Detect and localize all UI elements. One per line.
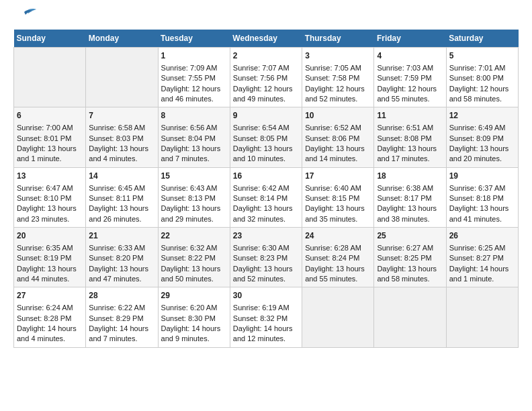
sunset-text: Sunset: 8:20 PM xyxy=(89,254,143,262)
sunset-text: Sunset: 8:30 PM xyxy=(161,314,216,322)
daylight-text: Daylight: 13 hours and 55 minutes. xyxy=(305,265,365,283)
daylight-text: Daylight: 13 hours and 47 minutes. xyxy=(89,265,148,283)
day-cell: 18Sunrise: 6:38 AMSunset: 8:17 PMDayligh… xyxy=(374,167,446,227)
day-cell: 20Sunrise: 6:35 AMSunset: 8:19 PMDayligh… xyxy=(14,228,86,287)
day-cell: 15Sunrise: 6:43 AMSunset: 8:13 PMDayligh… xyxy=(158,167,230,227)
weekday-header-sunday: Sunday xyxy=(14,30,86,48)
sunrise-text: Sunrise: 7:09 AM xyxy=(161,64,218,72)
day-cell xyxy=(446,287,518,347)
sunset-text: Sunset: 8:18 PM xyxy=(449,194,504,202)
daylight-text: Daylight: 14 hours and 7 minutes. xyxy=(89,324,148,342)
sunrise-text: Sunrise: 6:27 AM xyxy=(377,244,433,252)
day-cell: 10Sunrise: 6:52 AMSunset: 8:06 PMDayligh… xyxy=(302,107,374,167)
daylight-text: Daylight: 13 hours and 20 minutes. xyxy=(449,144,509,163)
sunset-text: Sunset: 7:56 PM xyxy=(233,74,287,82)
sunrise-text: Sunrise: 6:51 AM xyxy=(377,124,433,132)
day-number: 11 xyxy=(377,110,443,122)
weekday-header-tuesday: Tuesday xyxy=(158,30,230,48)
sunrise-text: Sunrise: 6:22 AM xyxy=(89,304,145,312)
day-number: 29 xyxy=(161,290,227,302)
day-number: 13 xyxy=(17,171,83,182)
sunset-text: Sunset: 8:13 PM xyxy=(161,194,216,202)
daylight-text: Daylight: 13 hours and 26 minutes. xyxy=(89,204,148,222)
weekday-header-friday: Friday xyxy=(374,30,446,48)
logo-bird-icon xyxy=(15,8,36,23)
day-cell: 27Sunrise: 6:24 AMSunset: 8:28 PMDayligh… xyxy=(14,287,86,347)
day-cell: 24Sunrise: 6:28 AMSunset: 8:24 PMDayligh… xyxy=(302,228,374,287)
sunset-text: Sunset: 7:55 PM xyxy=(161,74,216,82)
sunrise-text: Sunrise: 6:56 AM xyxy=(161,124,218,132)
sunset-text: Sunset: 8:04 PM xyxy=(161,134,216,142)
sunset-text: Sunset: 8:19 PM xyxy=(17,254,71,262)
daylight-text: Daylight: 13 hours and 14 minutes. xyxy=(305,144,365,163)
sunset-text: Sunset: 7:59 PM xyxy=(377,74,431,82)
page-header xyxy=(13,13,519,23)
daylight-text: Daylight: 13 hours and 35 minutes. xyxy=(305,204,365,222)
day-cell: 11Sunrise: 6:51 AMSunset: 8:08 PMDayligh… xyxy=(374,107,446,167)
sunset-text: Sunset: 8:27 PM xyxy=(449,254,504,262)
daylight-text: Daylight: 13 hours and 10 minutes. xyxy=(233,144,293,163)
day-number: 6 xyxy=(17,110,83,122)
sunrise-text: Sunrise: 6:37 AM xyxy=(449,184,506,192)
weekday-header-row: SundayMondayTuesdayWednesdayThursdayFrid… xyxy=(14,30,519,48)
sunset-text: Sunset: 8:28 PM xyxy=(17,314,71,322)
day-number: 17 xyxy=(305,171,371,182)
week-row-5: 27Sunrise: 6:24 AMSunset: 8:28 PMDayligh… xyxy=(14,287,519,347)
day-cell: 1Sunrise: 7:09 AMSunset: 7:55 PMDaylight… xyxy=(158,48,230,107)
daylight-text: Daylight: 13 hours and 58 minutes. xyxy=(377,265,437,283)
day-number: 26 xyxy=(449,230,515,242)
daylight-text: Daylight: 13 hours and 41 minutes. xyxy=(449,204,509,222)
day-number: 21 xyxy=(89,230,154,242)
day-number: 2 xyxy=(233,50,299,62)
day-cell: 8Sunrise: 6:56 AMSunset: 8:04 PMDaylight… xyxy=(158,107,230,167)
day-number: 4 xyxy=(377,50,443,62)
sunrise-text: Sunrise: 6:42 AM xyxy=(233,184,290,192)
day-number: 22 xyxy=(161,230,227,242)
sunset-text: Sunset: 8:08 PM xyxy=(377,134,431,142)
sunset-text: Sunset: 8:10 PM xyxy=(17,194,71,202)
daylight-text: Daylight: 13 hours and 1 minute. xyxy=(17,144,77,163)
calendar-table: SundayMondayTuesdayWednesdayThursdayFrid… xyxy=(13,30,519,348)
day-cell: 19Sunrise: 6:37 AMSunset: 8:18 PMDayligh… xyxy=(446,167,518,227)
weekday-header-saturday: Saturday xyxy=(446,30,518,48)
day-cell: 2Sunrise: 7:07 AMSunset: 7:56 PMDaylight… xyxy=(230,48,302,107)
daylight-text: Daylight: 13 hours and 4 minutes. xyxy=(89,144,148,163)
day-cell: 30Sunrise: 6:19 AMSunset: 8:32 PMDayligh… xyxy=(230,287,302,347)
day-number: 1 xyxy=(161,50,227,62)
day-number: 7 xyxy=(89,110,154,122)
sunset-text: Sunset: 8:25 PM xyxy=(377,254,431,262)
week-row-1: 1Sunrise: 7:09 AMSunset: 7:55 PMDaylight… xyxy=(14,48,519,107)
sunrise-text: Sunrise: 6:38 AM xyxy=(377,184,433,192)
day-cell: 17Sunrise: 6:40 AMSunset: 8:15 PMDayligh… xyxy=(302,167,374,227)
day-cell: 4Sunrise: 7:03 AMSunset: 7:59 PMDaylight… xyxy=(374,48,446,107)
sunset-text: Sunset: 8:03 PM xyxy=(89,134,143,142)
daylight-text: Daylight: 14 hours and 9 minutes. xyxy=(161,324,221,342)
day-cell: 22Sunrise: 6:32 AMSunset: 8:22 PMDayligh… xyxy=(158,228,230,287)
sunset-text: Sunset: 8:09 PM xyxy=(449,134,504,142)
day-number: 30 xyxy=(233,290,299,302)
daylight-text: Daylight: 13 hours and 50 minutes. xyxy=(161,265,221,283)
day-cell xyxy=(302,287,374,347)
sunset-text: Sunset: 8:32 PM xyxy=(233,314,287,322)
weekday-header-thursday: Thursday xyxy=(302,30,374,48)
day-cell xyxy=(14,48,86,107)
day-number: 14 xyxy=(89,171,154,182)
daylight-text: Daylight: 13 hours and 52 minutes. xyxy=(233,265,293,283)
day-number: 9 xyxy=(233,110,299,122)
sunset-text: Sunset: 8:00 PM xyxy=(449,74,504,82)
sunset-text: Sunset: 8:15 PM xyxy=(305,194,359,202)
sunrise-text: Sunrise: 6:43 AM xyxy=(161,184,218,192)
daylight-text: Daylight: 13 hours and 44 minutes. xyxy=(17,265,77,283)
weekday-header-monday: Monday xyxy=(86,30,158,48)
sunset-text: Sunset: 7:58 PM xyxy=(305,74,359,82)
sunrise-text: Sunrise: 7:00 AM xyxy=(17,124,73,132)
sunrise-text: Sunrise: 7:01 AM xyxy=(449,64,506,72)
day-cell xyxy=(374,287,446,347)
daylight-text: Daylight: 13 hours and 7 minutes. xyxy=(161,144,221,163)
sunrise-text: Sunrise: 6:47 AM xyxy=(17,184,73,192)
day-number: 5 xyxy=(449,50,515,62)
sunset-text: Sunset: 8:11 PM xyxy=(89,194,143,202)
daylight-text: Daylight: 13 hours and 29 minutes. xyxy=(161,204,221,222)
sunrise-text: Sunrise: 6:54 AM xyxy=(233,124,290,132)
sunrise-text: Sunrise: 6:19 AM xyxy=(233,304,290,312)
